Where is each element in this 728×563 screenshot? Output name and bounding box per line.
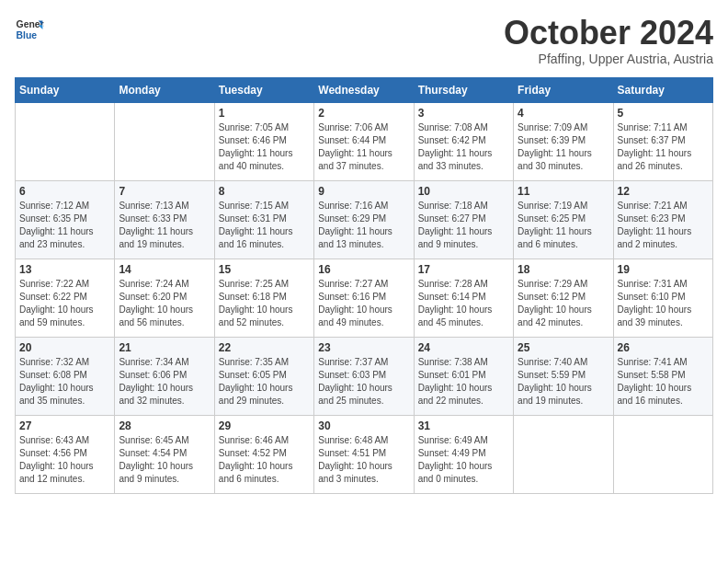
day-number: 2 — [318, 107, 409, 120]
day-cell — [613, 415, 712, 493]
day-number: 16 — [318, 263, 409, 276]
day-number: 23 — [318, 341, 409, 354]
day-number: 30 — [318, 419, 409, 432]
day-cell: 13Sunrise: 7:22 AMSunset: 6:22 PMDayligh… — [16, 259, 115, 337]
day-cell: 3Sunrise: 7:08 AMSunset: 6:42 PMDaylight… — [414, 102, 513, 180]
day-header-friday: Friday — [514, 77, 613, 102]
day-header-tuesday: Tuesday — [214, 77, 313, 102]
day-cell: 6Sunrise: 7:12 AMSunset: 6:35 PMDaylight… — [16, 180, 115, 259]
day-cell: 7Sunrise: 7:13 AMSunset: 6:33 PMDaylight… — [115, 180, 214, 259]
day-info: Sunrise: 7:35 AMSunset: 6:05 PMDaylight:… — [219, 356, 310, 408]
day-number: 5 — [618, 107, 709, 120]
day-cell: 12Sunrise: 7:21 AMSunset: 6:23 PMDayligh… — [613, 180, 712, 259]
day-info: Sunrise: 7:34 AMSunset: 6:06 PMDaylight:… — [119, 356, 210, 408]
calendar-body: 1Sunrise: 7:05 AMSunset: 6:46 PMDaylight… — [16, 102, 713, 493]
day-info: Sunrise: 7:28 AMSunset: 6:14 PMDaylight:… — [418, 278, 509, 329]
week-row-4: 20Sunrise: 7:32 AMSunset: 6:08 PMDayligh… — [16, 337, 713, 415]
day-cell: 26Sunrise: 7:41 AMSunset: 5:58 PMDayligh… — [613, 337, 712, 415]
day-cell: 31Sunrise: 6:49 AMSunset: 4:49 PMDayligh… — [414, 415, 513, 493]
day-number: 21 — [119, 341, 210, 354]
day-info: Sunrise: 7:25 AMSunset: 6:18 PMDaylight:… — [219, 278, 310, 329]
day-number: 11 — [518, 185, 609, 198]
day-cell: 11Sunrise: 7:19 AMSunset: 6:25 PMDayligh… — [514, 180, 613, 259]
day-cell: 8Sunrise: 7:15 AMSunset: 6:31 PMDaylight… — [214, 180, 313, 259]
day-info: Sunrise: 7:19 AMSunset: 6:25 PMDaylight:… — [518, 200, 609, 251]
month-title: October 2024 — [504, 15, 713, 52]
day-header-monday: Monday — [115, 77, 214, 102]
day-cell: 4Sunrise: 7:09 AMSunset: 6:39 PMDaylight… — [514, 102, 613, 180]
day-info: Sunrise: 7:41 AMSunset: 5:58 PMDaylight:… — [618, 356, 709, 408]
day-cell: 29Sunrise: 6:46 AMSunset: 4:52 PMDayligh… — [214, 415, 313, 493]
day-cell: 17Sunrise: 7:28 AMSunset: 6:14 PMDayligh… — [414, 259, 513, 337]
day-number: 12 — [618, 185, 709, 198]
week-row-3: 13Sunrise: 7:22 AMSunset: 6:22 PMDayligh… — [16, 259, 713, 337]
day-info: Sunrise: 6:48 AMSunset: 4:51 PMDaylight:… — [318, 434, 409, 486]
title-block: October 2024 Pfaffing, Upper Austria, Au… — [504, 15, 713, 66]
day-info: Sunrise: 7:05 AMSunset: 6:46 PMDaylight:… — [219, 121, 310, 173]
day-cell: 22Sunrise: 7:35 AMSunset: 6:05 PMDayligh… — [214, 337, 313, 415]
day-header-wednesday: Wednesday — [314, 77, 414, 102]
day-info: Sunrise: 7:24 AMSunset: 6:20 PMDaylight:… — [119, 278, 210, 329]
day-cell: 9Sunrise: 7:16 AMSunset: 6:29 PMDaylight… — [314, 180, 414, 259]
day-info: Sunrise: 7:11 AMSunset: 6:37 PMDaylight:… — [618, 121, 709, 173]
day-info: Sunrise: 7:16 AMSunset: 6:29 PMDaylight:… — [318, 200, 409, 251]
day-cell: 16Sunrise: 7:27 AMSunset: 6:16 PMDayligh… — [314, 259, 414, 337]
svg-text:Blue: Blue — [17, 30, 38, 40]
day-cell: 2Sunrise: 7:06 AMSunset: 6:44 PMDaylight… — [314, 102, 414, 180]
day-info: Sunrise: 7:09 AMSunset: 6:39 PMDaylight:… — [518, 121, 609, 173]
day-number: 9 — [318, 185, 409, 198]
day-cell: 24Sunrise: 7:38 AMSunset: 6:01 PMDayligh… — [414, 337, 513, 415]
calendar-header: SundayMondayTuesdayWednesdayThursdayFrid… — [16, 77, 713, 102]
day-cell — [16, 102, 115, 180]
day-info: Sunrise: 7:13 AMSunset: 6:33 PMDaylight:… — [119, 200, 210, 251]
day-info: Sunrise: 7:08 AMSunset: 6:42 PMDaylight:… — [418, 121, 509, 173]
day-info: Sunrise: 7:21 AMSunset: 6:23 PMDaylight:… — [618, 200, 709, 251]
day-info: Sunrise: 7:15 AMSunset: 6:31 PMDaylight:… — [219, 200, 310, 251]
day-number: 27 — [19, 419, 110, 432]
day-info: Sunrise: 7:29 AMSunset: 6:12 PMDaylight:… — [518, 278, 609, 329]
day-number: 22 — [219, 341, 310, 354]
day-number: 1 — [219, 107, 310, 120]
day-info: Sunrise: 6:45 AMSunset: 4:54 PMDaylight:… — [119, 434, 210, 486]
day-cell: 15Sunrise: 7:25 AMSunset: 6:18 PMDayligh… — [214, 259, 313, 337]
day-cell: 5Sunrise: 7:11 AMSunset: 6:37 PMDaylight… — [613, 102, 712, 180]
day-number: 26 — [618, 341, 709, 354]
day-info: Sunrise: 7:38 AMSunset: 6:01 PMDaylight:… — [418, 356, 509, 408]
day-cell: 20Sunrise: 7:32 AMSunset: 6:08 PMDayligh… — [16, 337, 115, 415]
day-number: 17 — [418, 263, 509, 276]
day-cell: 25Sunrise: 7:40 AMSunset: 5:59 PMDayligh… — [514, 337, 613, 415]
day-number: 28 — [119, 419, 210, 432]
day-cell: 19Sunrise: 7:31 AMSunset: 6:10 PMDayligh… — [613, 259, 712, 337]
day-cell: 30Sunrise: 6:48 AMSunset: 4:51 PMDayligh… — [314, 415, 414, 493]
week-row-5: 27Sunrise: 6:43 AMSunset: 4:56 PMDayligh… — [16, 415, 713, 493]
day-info: Sunrise: 7:27 AMSunset: 6:16 PMDaylight:… — [318, 278, 409, 329]
day-number: 29 — [219, 419, 310, 432]
day-number: 3 — [418, 107, 509, 120]
day-number: 10 — [418, 185, 509, 198]
week-row-2: 6Sunrise: 7:12 AMSunset: 6:35 PMDaylight… — [16, 180, 713, 259]
day-number: 13 — [19, 263, 110, 276]
day-info: Sunrise: 6:43 AMSunset: 4:56 PMDaylight:… — [19, 434, 110, 486]
day-info: Sunrise: 7:12 AMSunset: 6:35 PMDaylight:… — [19, 200, 110, 251]
day-cell: 1Sunrise: 7:05 AMSunset: 6:46 PMDaylight… — [214, 102, 313, 180]
day-number: 24 — [418, 341, 509, 354]
day-cell: 27Sunrise: 6:43 AMSunset: 4:56 PMDayligh… — [16, 415, 115, 493]
header-row: SundayMondayTuesdayWednesdayThursdayFrid… — [16, 77, 713, 102]
day-info: Sunrise: 7:37 AMSunset: 6:03 PMDaylight:… — [318, 356, 409, 408]
day-info: Sunrise: 6:46 AMSunset: 4:52 PMDaylight:… — [219, 434, 310, 486]
day-cell: 18Sunrise: 7:29 AMSunset: 6:12 PMDayligh… — [514, 259, 613, 337]
day-number: 14 — [119, 263, 210, 276]
day-number: 8 — [219, 185, 310, 198]
day-cell: 28Sunrise: 6:45 AMSunset: 4:54 PMDayligh… — [115, 415, 214, 493]
day-cell — [115, 102, 214, 180]
page-header: General Blue October 2024 Pfaffing, Uppe… — [15, 15, 713, 66]
day-info: Sunrise: 6:49 AMSunset: 4:49 PMDaylight:… — [418, 434, 509, 486]
day-number: 6 — [19, 185, 110, 198]
day-info: Sunrise: 7:06 AMSunset: 6:44 PMDaylight:… — [318, 121, 409, 173]
day-number: 25 — [518, 341, 609, 354]
day-cell: 14Sunrise: 7:24 AMSunset: 6:20 PMDayligh… — [115, 259, 214, 337]
day-info: Sunrise: 7:22 AMSunset: 6:22 PMDaylight:… — [19, 278, 110, 329]
day-header-sunday: Sunday — [16, 77, 115, 102]
location-subtitle: Pfaffing, Upper Austria, Austria — [504, 52, 713, 66]
day-number: 20 — [19, 341, 110, 354]
